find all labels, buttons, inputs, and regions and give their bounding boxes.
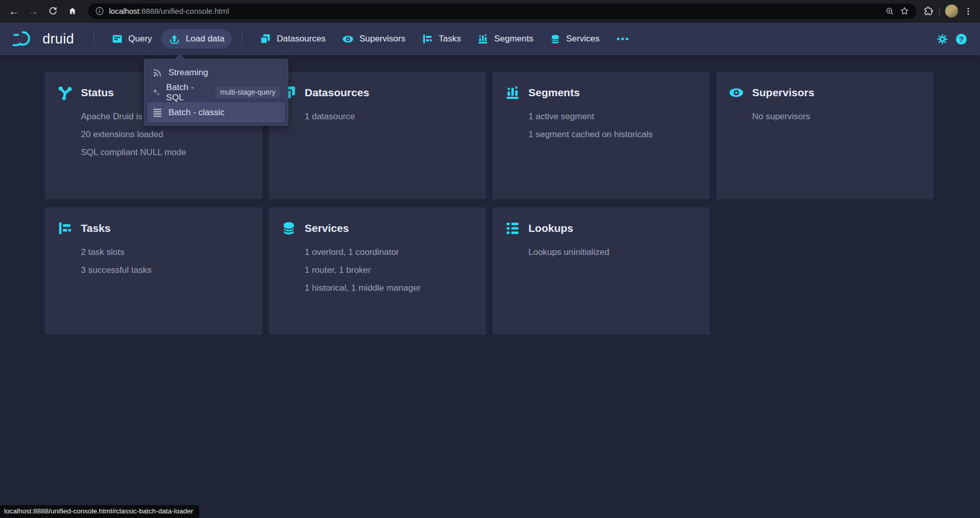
services-card-icon: [281, 221, 296, 236]
status-icon: [57, 85, 73, 100]
database-icon: [550, 34, 561, 45]
reload-button[interactable]: [44, 3, 61, 20]
nav-datasources[interactable]: Datasources: [252, 29, 332, 49]
menu-item-batch-classic[interactable]: Batch - classic: [147, 102, 285, 122]
chrome-right-controls: [924, 4, 975, 18]
home-icon: [68, 6, 77, 16]
card-status-title: Status: [81, 87, 114, 99]
extensions-icon[interactable]: [924, 6, 934, 16]
home-button[interactable]: [63, 3, 81, 20]
segments-card-icon: [505, 85, 520, 100]
link-preview-tooltip: localhost:8888/unified-console.html#clas…: [0, 505, 199, 518]
nav-segments[interactable]: Segments: [470, 29, 541, 49]
card-supervisors-title: Supervisors: [752, 87, 814, 99]
lookups-line: Lookups uninitialized: [528, 243, 697, 261]
back-icon: ←: [9, 6, 19, 16]
card-datasources[interactable]: Datasources 1 datasource: [269, 72, 486, 199]
menu-batch-sql-label: Batch - SQL: [166, 82, 204, 103]
profile-avatar[interactable]: [945, 4, 958, 18]
nav-services[interactable]: Services: [543, 29, 607, 49]
card-segments[interactable]: Segments 1 active segment 1 segment cach…: [493, 72, 710, 199]
nav-query-label: Query: [129, 34, 152, 44]
menu-batch-classic-label: Batch - classic: [168, 107, 225, 118]
nav-load-data-label: Load data: [186, 34, 225, 44]
settings-gear-icon[interactable]: [937, 34, 948, 45]
card-services[interactable]: Services 1 overlord, 1 coordinator 1 rou…: [269, 207, 486, 335]
browser-toolbar: ← → localhost:8888/unified-console.html: [0, 0, 980, 23]
url-host: localhost: [109, 7, 139, 15]
card-datasources-title: Datasources: [305, 87, 369, 99]
sparkles-icon: [152, 87, 161, 98]
url-text: localhost:8888/unified-console.html: [109, 7, 229, 15]
reload-icon: [48, 6, 58, 16]
tasks-line: 3 successful tasks: [81, 261, 250, 279]
card-segments-title: Segments: [528, 87, 580, 99]
header-right-controls: ?: [937, 34, 967, 45]
datasources-line: 1 datasource: [305, 107, 474, 125]
supervisors-line: No supervisors: [752, 107, 921, 125]
url-bar[interactable]: localhost:8888/unified-console.html: [88, 4, 917, 19]
datasources-icon: [260, 33, 271, 45]
browser-menu-icon[interactable]: [964, 7, 973, 16]
card-tasks-title: Tasks: [81, 222, 111, 234]
card-datasources-lines: 1 datasource: [305, 107, 474, 125]
toolbar-separator: [939, 7, 940, 16]
card-lookups-title: Lookups: [528, 222, 573, 234]
card-supervisors[interactable]: Supervisors No supervisors: [716, 72, 933, 199]
card-services-title: Services: [305, 222, 349, 234]
card-services-lines: 1 overlord, 1 coordinator 1 router, 1 br…: [305, 243, 474, 297]
nav-services-label: Services: [566, 34, 600, 44]
nav-datasources-label: Datasources: [276, 34, 325, 44]
nav-tasks-label: Tasks: [439, 34, 461, 44]
card-tasks[interactable]: Tasks 2 task slots 3 successful tasks: [45, 207, 262, 335]
services-line: 1 overlord, 1 coordinator: [305, 243, 474, 261]
eye-icon: [342, 33, 354, 45]
status-line: SQL compliant NULL mode: [81, 143, 250, 161]
back-button[interactable]: ←: [5, 3, 23, 20]
supervisors-card-icon: [729, 85, 744, 100]
druid-logo[interactable]: druid: [11, 28, 74, 50]
card-segments-lines: 1 active segment 1 segment cached on his…: [528, 107, 697, 143]
tasks-line: 2 task slots: [81, 243, 250, 261]
status-line: 20 extensions loaded: [81, 125, 250, 143]
lookups-card-icon: [505, 221, 520, 236]
th-list-icon: [152, 107, 163, 118]
bar-chart-icon: [477, 33, 488, 45]
bookmark-star-icon[interactable]: [900, 6, 909, 16]
card-tasks-lines: 2 task slots 3 successful tasks: [81, 243, 250, 279]
gantt-icon: [422, 33, 433, 45]
tasks-card-icon: [57, 221, 73, 236]
query-icon: [112, 33, 123, 45]
msq-badge: multi-stage-query: [216, 87, 280, 98]
card-supervisors-lines: No supervisors: [752, 107, 921, 125]
cloud-upload-icon: [168, 33, 180, 45]
nav-segments-label: Segments: [494, 34, 534, 44]
druid-logo-icon: [11, 28, 38, 50]
url-path: :8888/unified-console.html: [139, 7, 229, 15]
streaming-icon: [152, 67, 163, 78]
nav-load-data[interactable]: Load data: [161, 29, 232, 49]
segments-line: 1 segment cached on historicals: [528, 125, 697, 143]
menu-streaming-label: Streaming: [168, 68, 208, 78]
nav-query[interactable]: Query: [104, 29, 159, 49]
zoom-page-icon[interactable]: [885, 7, 894, 16]
nav-more[interactable]: [609, 29, 636, 49]
menu-item-batch-sql[interactable]: Batch - SQL multi-stage-query: [147, 82, 285, 102]
site-info-icon: [95, 7, 104, 15]
brand-name: druid: [42, 31, 74, 47]
nav-supervisors[interactable]: Supervisors: [335, 29, 413, 49]
druid-header: druid Query Load data Datasources Superv…: [0, 23, 980, 55]
nav-tasks[interactable]: Tasks: [415, 29, 468, 49]
card-lookups[interactable]: Lookups Lookups uninitialized: [493, 207, 710, 335]
card-lookups-lines: Lookups uninitialized: [528, 243, 697, 261]
nav-supervisors-label: Supervisors: [359, 34, 406, 44]
help-icon: ?: [959, 35, 964, 44]
services-line: 1 router, 1 broker: [305, 261, 474, 279]
forward-button[interactable]: →: [25, 3, 42, 20]
help-button[interactable]: ?: [956, 34, 967, 45]
nav-divider: [242, 32, 242, 46]
menu-item-streaming[interactable]: Streaming: [147, 62, 285, 82]
nav-divider: [94, 32, 94, 46]
more-dots-icon: [616, 36, 629, 41]
forward-icon: →: [28, 6, 38, 16]
